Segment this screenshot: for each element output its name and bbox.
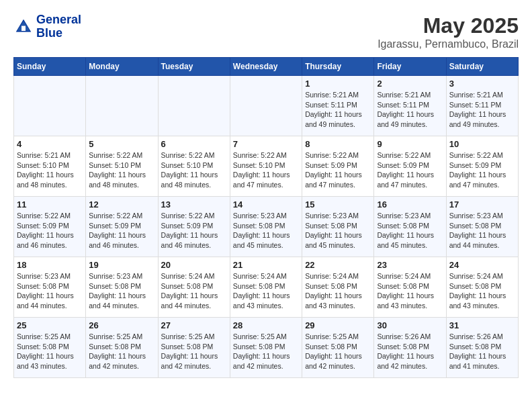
calendar-cell: 23Sunrise: 5:24 AM Sunset: 5:08 PM Dayli… — [374, 257, 446, 318]
calendar-cell: 25Sunrise: 5:25 AM Sunset: 5:08 PM Dayli… — [14, 318, 86, 378]
calendar-cell: 31Sunrise: 5:26 AM Sunset: 5:08 PM Dayli… — [446, 318, 518, 378]
day-number: 4 — [17, 139, 83, 149]
logo-text: General Blue — [36, 13, 81, 40]
calendar-cell: 3Sunrise: 5:21 AM Sunset: 5:11 PM Daylig… — [446, 76, 518, 136]
page-subtitle: Igarassu, Pernambuco, Brazil — [378, 38, 519, 50]
calendar-cell: 27Sunrise: 5:25 AM Sunset: 5:08 PM Dayli… — [158, 318, 230, 378]
day-number: 22 — [305, 260, 371, 270]
day-info: Sunrise: 5:23 AM Sunset: 5:08 PM Dayligh… — [449, 211, 515, 250]
header-thursday: Thursday — [302, 58, 374, 76]
day-info: Sunrise: 5:22 AM Sunset: 5:09 PM Dayligh… — [161, 211, 227, 250]
day-number: 31 — [449, 320, 515, 330]
calendar-cell: 26Sunrise: 5:25 AM Sunset: 5:08 PM Dayli… — [86, 318, 158, 378]
calendar-cell: 8Sunrise: 5:22 AM Sunset: 5:09 PM Daylig… — [302, 136, 374, 197]
calendar-cell: 13Sunrise: 5:22 AM Sunset: 5:09 PM Dayli… — [158, 197, 230, 257]
calendar-week-row: 1Sunrise: 5:21 AM Sunset: 5:11 PM Daylig… — [14, 76, 519, 136]
calendar-cell: 24Sunrise: 5:24 AM Sunset: 5:08 PM Dayli… — [446, 257, 518, 318]
day-info: Sunrise: 5:25 AM Sunset: 5:08 PM Dayligh… — [89, 332, 154, 371]
day-info: Sunrise: 5:25 AM Sunset: 5:08 PM Dayligh… — [161, 332, 227, 371]
svg-rect-2 — [21, 26, 26, 31]
day-info: Sunrise: 5:21 AM Sunset: 5:10 PM Dayligh… — [17, 150, 83, 190]
calendar-cell: 28Sunrise: 5:25 AM Sunset: 5:08 PM Dayli… — [230, 318, 302, 378]
day-info: Sunrise: 5:26 AM Sunset: 5:08 PM Dayligh… — [377, 332, 443, 371]
header-sunday: Sunday — [14, 58, 86, 76]
day-info: Sunrise: 5:22 AM Sunset: 5:09 PM Dayligh… — [449, 150, 515, 190]
day-info: Sunrise: 5:22 AM Sunset: 5:10 PM Dayligh… — [161, 150, 227, 190]
day-info: Sunrise: 5:21 AM Sunset: 5:11 PM Dayligh… — [305, 90, 371, 130]
day-number: 9 — [377, 139, 443, 149]
day-number: 21 — [233, 260, 299, 270]
calendar-cell: 5Sunrise: 5:22 AM Sunset: 5:10 PM Daylig… — [86, 136, 158, 197]
day-number: 17 — [449, 199, 515, 210]
day-number: 7 — [233, 139, 299, 149]
day-info: Sunrise: 5:23 AM Sunset: 5:08 PM Dayligh… — [233, 211, 299, 250]
day-info: Sunrise: 5:22 AM Sunset: 5:09 PM Dayligh… — [305, 150, 371, 190]
calendar-table: SundayMondayTuesdayWednesdayThursdayFrid… — [13, 57, 519, 378]
page-title: May 2025 — [378, 13, 519, 38]
calendar-week-row: 18Sunrise: 5:23 AM Sunset: 5:08 PM Dayli… — [14, 257, 519, 318]
calendar-cell: 14Sunrise: 5:23 AM Sunset: 5:08 PM Dayli… — [230, 197, 302, 257]
calendar-cell: 2Sunrise: 5:21 AM Sunset: 5:11 PM Daylig… — [374, 76, 446, 136]
logo: General Blue — [13, 13, 81, 40]
calendar-week-row: 25Sunrise: 5:25 AM Sunset: 5:08 PM Dayli… — [14, 318, 519, 378]
day-info: Sunrise: 5:24 AM Sunset: 5:08 PM Dayligh… — [305, 271, 371, 311]
day-number: 20 — [161, 260, 227, 270]
title-block: May 2025 Igarassu, Pernambuco, Brazil — [378, 13, 519, 50]
day-number: 23 — [377, 260, 443, 270]
calendar-cell: 30Sunrise: 5:26 AM Sunset: 5:08 PM Dayli… — [374, 318, 446, 378]
day-number: 1 — [305, 79, 371, 89]
calendar-cell: 9Sunrise: 5:22 AM Sunset: 5:09 PM Daylig… — [374, 136, 446, 197]
day-number: 25 — [17, 320, 83, 330]
calendar-cell: 6Sunrise: 5:22 AM Sunset: 5:10 PM Daylig… — [158, 136, 230, 197]
logo-icon — [13, 17, 34, 37]
day-number: 2 — [377, 79, 443, 89]
day-number: 5 — [89, 139, 154, 149]
day-number: 26 — [89, 320, 154, 330]
day-info: Sunrise: 5:22 AM Sunset: 5:10 PM Dayligh… — [233, 150, 299, 190]
calendar-cell: 22Sunrise: 5:24 AM Sunset: 5:08 PM Dayli… — [302, 257, 374, 318]
day-info: Sunrise: 5:24 AM Sunset: 5:08 PM Dayligh… — [161, 271, 227, 311]
day-number: 18 — [17, 260, 83, 270]
day-number: 16 — [377, 199, 443, 210]
day-info: Sunrise: 5:24 AM Sunset: 5:08 PM Dayligh… — [449, 271, 515, 311]
day-info: Sunrise: 5:25 AM Sunset: 5:08 PM Dayligh… — [17, 332, 83, 371]
logo-line1: General — [36, 13, 81, 27]
day-info: Sunrise: 5:25 AM Sunset: 5:08 PM Dayligh… — [305, 332, 371, 371]
day-number: 30 — [377, 320, 443, 330]
calendar-cell — [230, 76, 302, 136]
day-number: 14 — [233, 199, 299, 210]
page-header: General Blue May 2025 Igarassu, Pernambu… — [13, 13, 519, 50]
calendar-cell: 15Sunrise: 5:23 AM Sunset: 5:08 PM Dayli… — [302, 197, 374, 257]
day-number: 27 — [161, 320, 227, 330]
day-info: Sunrise: 5:22 AM Sunset: 5:09 PM Dayligh… — [17, 211, 83, 250]
calendar-cell — [86, 76, 158, 136]
day-info: Sunrise: 5:24 AM Sunset: 5:08 PM Dayligh… — [233, 271, 299, 311]
calendar-cell: 29Sunrise: 5:25 AM Sunset: 5:08 PM Dayli… — [302, 318, 374, 378]
logo-line2: Blue — [36, 27, 81, 40]
calendar-cell: 1Sunrise: 5:21 AM Sunset: 5:11 PM Daylig… — [302, 76, 374, 136]
day-info: Sunrise: 5:25 AM Sunset: 5:08 PM Dayligh… — [233, 332, 299, 371]
day-number: 8 — [305, 139, 371, 149]
calendar-cell: 4Sunrise: 5:21 AM Sunset: 5:10 PM Daylig… — [14, 136, 86, 197]
day-info: Sunrise: 5:21 AM Sunset: 5:11 PM Dayligh… — [377, 90, 443, 130]
header-saturday: Saturday — [446, 58, 518, 76]
calendar-cell: 18Sunrise: 5:23 AM Sunset: 5:08 PM Dayli… — [14, 257, 86, 318]
day-info: Sunrise: 5:23 AM Sunset: 5:08 PM Dayligh… — [377, 211, 443, 250]
day-number: 19 — [89, 260, 154, 270]
day-info: Sunrise: 5:23 AM Sunset: 5:08 PM Dayligh… — [305, 211, 371, 250]
day-number: 24 — [449, 260, 515, 270]
calendar-cell: 19Sunrise: 5:23 AM Sunset: 5:08 PM Dayli… — [86, 257, 158, 318]
header-monday: Monday — [86, 58, 158, 76]
day-info: Sunrise: 5:24 AM Sunset: 5:08 PM Dayligh… — [377, 271, 443, 311]
calendar-cell: 7Sunrise: 5:22 AM Sunset: 5:10 PM Daylig… — [230, 136, 302, 197]
day-info: Sunrise: 5:22 AM Sunset: 5:09 PM Dayligh… — [377, 150, 443, 190]
calendar-week-row: 4Sunrise: 5:21 AM Sunset: 5:10 PM Daylig… — [14, 136, 519, 197]
day-info: Sunrise: 5:23 AM Sunset: 5:08 PM Dayligh… — [89, 271, 154, 311]
day-number: 11 — [17, 199, 83, 210]
day-info: Sunrise: 5:23 AM Sunset: 5:08 PM Dayligh… — [17, 271, 83, 311]
day-number: 15 — [305, 199, 371, 210]
day-number: 10 — [449, 139, 515, 149]
calendar-week-row: 11Sunrise: 5:22 AM Sunset: 5:09 PM Dayli… — [14, 197, 519, 257]
day-number: 28 — [233, 320, 299, 330]
day-info: Sunrise: 5:21 AM Sunset: 5:11 PM Dayligh… — [449, 90, 515, 130]
